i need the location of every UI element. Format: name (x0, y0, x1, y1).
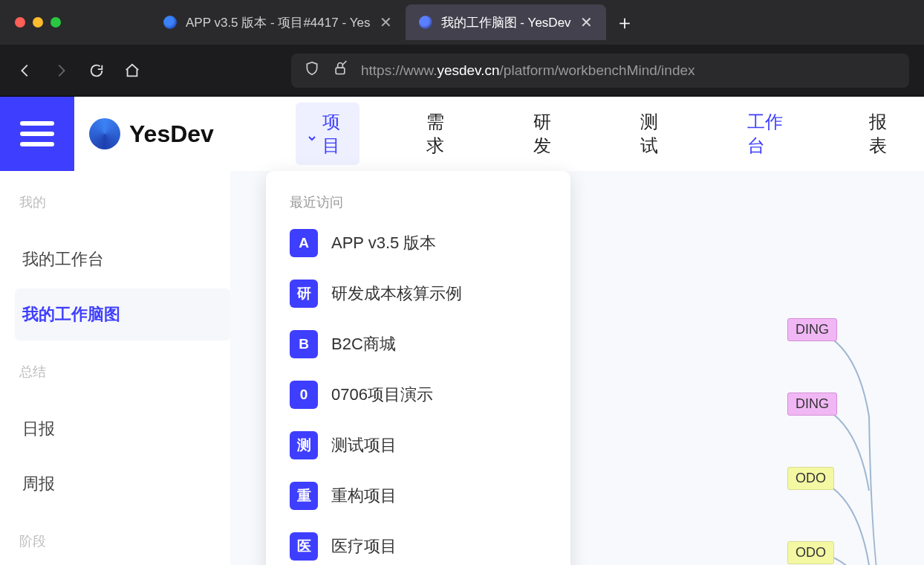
nav-label: 项目 (322, 110, 349, 158)
tab-title: 我的工作脑图 - YesDev (441, 14, 571, 31)
dropdown-item[interactable]: 研 研发成本核算示例 (290, 280, 547, 308)
maximize-window-button[interactable] (51, 17, 61, 28)
nav-item-projects[interactable]: 项目 (296, 103, 359, 165)
chevron-down-icon (306, 128, 318, 140)
nav-label: 需求 (426, 110, 456, 158)
url-text: https://www.yesdev.cn/platform/workbench… (361, 62, 695, 79)
logo-text: YesDev (129, 120, 214, 148)
browser-toolbar: https://www.yesdev.cn/platform/workbench… (0, 45, 924, 97)
close-tab-icon[interactable]: ✕ (580, 13, 593, 31)
sidebar-item-weekly[interactable]: 周报 (15, 458, 230, 510)
project-badge: B (290, 330, 318, 358)
project-name: APP v3.5 版本 (331, 232, 436, 254)
nav-label: 工作台 (747, 110, 792, 158)
svg-rect-0 (336, 68, 345, 74)
project-name: 研发成本核算示例 (331, 282, 462, 305)
project-badge: 测 (290, 431, 318, 459)
hamburger-icon (20, 121, 54, 146)
project-badge: A (290, 229, 318, 257)
tab-title: APP v3.5 版本 - 项目#4417 - Yes (186, 14, 371, 31)
sidebar-item-label: 我的工作台 (22, 250, 104, 268)
sidebar-section-label: 阶段 (15, 532, 230, 550)
close-tab-icon[interactable]: ✕ (380, 13, 392, 31)
home-button[interactable] (122, 60, 143, 81)
nav-label: 研发 (533, 110, 563, 158)
app-logo[interactable]: YesDev (89, 118, 214, 149)
nav-item-reports[interactable]: 报表 (859, 103, 909, 165)
nav-item-workbench[interactable]: 工作台 (737, 103, 802, 165)
browser-tab-bar: APP v3.5 版本 - 项目#4417 - Yes ✕ 我的工作脑图 - Y… (0, 0, 924, 45)
project-name: 0706项目演示 (331, 384, 433, 406)
nav-item-dev[interactable]: 研发 (523, 103, 573, 165)
sidebar-item-workbench[interactable]: 我的工作台 (15, 233, 230, 285)
sidebar-item-label: 日报 (22, 419, 55, 438)
sidebar-item-daily[interactable]: 日报 (15, 403, 230, 455)
app-header: YesDev 项目 需求 研发 测试 工作台 报表 (74, 97, 924, 171)
project-name: B2C商城 (331, 333, 396, 355)
sidebar-item-mindmap[interactable]: 我的工作脑图 (15, 288, 230, 340)
nav-label: 测试 (640, 110, 670, 158)
mindmap-tag: ODO (787, 541, 834, 564)
dropdown-item[interactable]: 医 医疗项目 (290, 532, 547, 561)
project-badge: 研 (290, 280, 318, 308)
project-badge: 医 (290, 532, 318, 561)
mindmap-tag: DING (787, 393, 837, 416)
project-name: 医疗项目 (331, 535, 397, 558)
projects-dropdown: 最近访问 A APP v3.5 版本 研 研发成本核算示例 B B2C商城 0 … (266, 171, 570, 565)
nav-label: 报表 (869, 110, 899, 158)
main-nav: 项目 需求 研发 测试 工作台 报表 (296, 103, 909, 165)
dropdown-section-label: 最近访问 (290, 193, 547, 211)
sidebar-section-label: 我的 (15, 193, 230, 211)
tab-favicon (163, 16, 177, 29)
browser-tab-active[interactable]: 我的工作脑图 - YesDev ✕ (406, 4, 606, 40)
sidebar: 我的 我的工作台 我的工作脑图 总结 日报 周报 阶段 (0, 171, 230, 565)
new-tab-button[interactable]: ＋ (606, 10, 643, 36)
dropdown-item[interactable]: 重 重构项目 (290, 482, 547, 510)
project-name: 重构项目 (331, 485, 397, 507)
address-bar[interactable]: https://www.yesdev.cn/platform/workbench… (291, 54, 909, 88)
reload-button[interactable] (86, 60, 107, 81)
browser-tab-inactive[interactable]: APP v3.5 版本 - 项目#4417 - Yes ✕ (150, 4, 406, 40)
nav-item-requirements[interactable]: 需求 (416, 103, 466, 165)
mindmap-tag: DING (787, 318, 837, 341)
tab-favicon (419, 16, 432, 29)
window-controls (15, 17, 61, 28)
forward-button[interactable] (51, 60, 71, 81)
sidebar-item-label: 周报 (22, 474, 55, 493)
back-button[interactable] (15, 60, 36, 81)
logo-icon (89, 118, 120, 149)
dropdown-item[interactable]: B B2C商城 (290, 330, 547, 358)
shield-icon (305, 60, 319, 80)
menu-toggle-button[interactable] (0, 97, 74, 171)
nav-item-testing[interactable]: 测试 (630, 103, 680, 165)
minimize-window-button[interactable] (33, 17, 43, 28)
dropdown-item[interactable]: A APP v3.5 版本 (290, 229, 547, 257)
mindmap-tag: ODO (787, 467, 834, 490)
project-badge: 重 (290, 482, 318, 510)
lock-icon (333, 60, 348, 80)
project-badge: 0 (290, 381, 318, 409)
project-name: 测试项目 (331, 434, 397, 456)
dropdown-item[interactable]: 0 0706项目演示 (290, 381, 547, 409)
close-window-button[interactable] (15, 17, 25, 28)
sidebar-section-label: 总结 (15, 363, 230, 381)
svg-line-1 (342, 61, 346, 65)
dropdown-item[interactable]: 测 测试项目 (290, 431, 547, 459)
sidebar-item-label: 我的工作脑图 (22, 305, 120, 323)
